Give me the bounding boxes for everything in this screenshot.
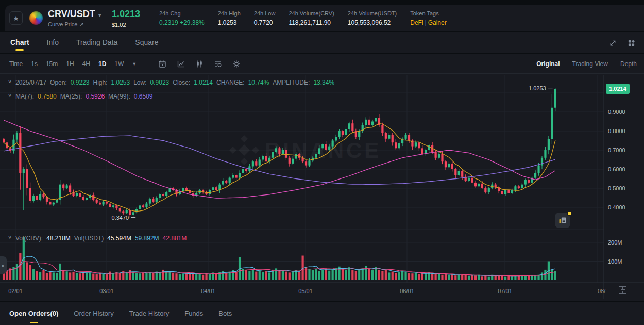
stat-label: 24h High <box>218 10 241 17</box>
ma25-label: MA(25): <box>60 93 82 100</box>
chart-mode-tradingview[interactable]: Trading View <box>572 60 608 68</box>
svg-text:1.0214: 1.0214 <box>609 86 627 92</box>
svg-text:08/: 08/ <box>598 288 606 294</box>
curve-coin-logo <box>29 11 43 25</box>
watermark: BINANCE <box>229 135 381 165</box>
pair-symbol: CRV/USDT <box>48 9 95 19</box>
chart-settings-gear-icon[interactable] <box>232 59 241 69</box>
svg-text:05/01: 05/01 <box>298 288 313 294</box>
tab-square[interactable]: Square <box>135 32 158 53</box>
interval-4h[interactable]: 4H <box>82 60 90 68</box>
price-chart[interactable]: BINANCE0.90000.80000.70000.60000.50000.4… <box>0 75 644 299</box>
ma7-label: MA(7): <box>15 93 34 100</box>
candles <box>3 88 556 218</box>
svg-text:0.9000: 0.9000 <box>608 109 625 115</box>
volume-bars <box>3 237 556 280</box>
stat-label: 24h Volume(CRV) <box>289 10 334 17</box>
main-tabbar: Chart Info Trading Data Square <box>0 32 644 53</box>
toolbar-divider <box>145 60 145 68</box>
interval-1d[interactable]: 1D <box>98 60 106 68</box>
trading-page: ★ CRV/USDT▼ Curve Price ↗ 1.0213 $1.02 2… <box>0 0 644 325</box>
notification-dot <box>567 210 572 216</box>
ma7-value: 0.7580 <box>38 93 57 100</box>
stat-value-24h-volume-crv: 118,261,711.90 <box>289 19 334 26</box>
pane-expand-handle[interactable]: ▸ <box>0 256 7 274</box>
interval-1w[interactable]: 1W <box>114 60 124 68</box>
chevron-right-icon: ▸ <box>2 263 5 268</box>
chevron-down-icon: ▼ <box>97 12 103 18</box>
close-value: 1.0214 <box>194 79 213 86</box>
tab-open-orders[interactable]: Open Orders(0) <box>9 302 58 325</box>
date-range-calendar-icon[interactable] <box>158 59 167 69</box>
ma-info-row: > MA(7): 0.7580 MA(25): 0.5926 MA(99): 0… <box>7 93 152 100</box>
interval-1h[interactable]: 1H <box>66 60 74 68</box>
vol-usdt-value: 45.594M <box>107 235 131 242</box>
market-stats: 24h Chg 0.2319 +29.38% 24h High 1.0253 2… <box>159 10 447 26</box>
token-tag-gainer[interactable]: Gainer <box>428 19 447 26</box>
open-label: Open: <box>50 79 67 86</box>
chart-style-candles-icon[interactable] <box>195 59 204 69</box>
svg-text:03/01: 03/01 <box>99 288 114 294</box>
stat-value-24h-volume-usdt: 105,553,096.52 <box>348 19 397 26</box>
chart-news-button[interactable] <box>555 213 570 228</box>
high-label: High: <box>93 79 107 86</box>
collapse-chevron-icon[interactable]: > <box>7 94 12 99</box>
token-tag-defi[interactable]: DeFi <box>410 19 423 26</box>
stat-label: 24h Low <box>254 10 276 17</box>
interval-15m[interactable]: 15m <box>46 60 58 68</box>
tab-funds[interactable]: Funds <box>184 302 203 325</box>
expand-fullscreen-icon[interactable] <box>608 38 617 47</box>
gridlines <box>0 75 604 283</box>
stat-value-24h-high: 1.0253 <box>218 19 241 26</box>
low-value: 0.9023 <box>150 79 170 86</box>
svg-text:200M: 200M <box>608 239 622 246</box>
symbol-selector[interactable]: CRV/USDT▼ <box>48 9 109 20</box>
svg-text:06/01: 06/01 <box>400 288 414 294</box>
interval-more-chevron-icon[interactable]: ▼ <box>132 61 137 67</box>
coin-info-link[interactable]: Curve Price ↗ <box>48 21 109 28</box>
favorite-star-button[interactable]: ★ <box>9 11 23 25</box>
stat-value-24h-chg: 0.2319 +29.38% <box>159 19 205 26</box>
chart-style-line-icon[interactable] <box>176 59 185 69</box>
market-header: ★ CRV/USDT▼ Curve Price ↗ 1.0213 $1.02 2… <box>5 5 644 31</box>
svg-text:02/01: 02/01 <box>8 288 23 294</box>
svg-text:0.3470: 0.3470 <box>112 215 129 221</box>
svg-text:0.4000: 0.4000 <box>608 204 625 210</box>
chart-mode-depth[interactable]: Depth <box>620 60 637 68</box>
last-price: 1.0213 <box>112 9 158 20</box>
layout-grid-icon[interactable] <box>626 38 636 47</box>
interval-1s[interactable]: 1s <box>31 60 38 68</box>
low-label: Low: <box>133 79 146 86</box>
star-icon: ★ <box>13 14 19 22</box>
tag-separator: | <box>425 19 427 26</box>
svg-text:0.5000: 0.5000 <box>608 185 625 191</box>
tab-bots[interactable]: Bots <box>218 302 232 325</box>
axis-scale-button[interactable] <box>617 285 629 297</box>
mavol5-value: 59.892M <box>135 235 159 242</box>
chart-toolbar: Time 1s 15m 1H 4H 1D 1W ▼ <box>0 54 644 74</box>
axis-scale-icon <box>617 285 629 295</box>
volume-info-row: > Vol(CRV): 48.218M Vol(USDT) 45.594M 59… <box>7 235 187 242</box>
last-price-usd: $1.02 <box>112 22 158 28</box>
collapse-chevron-icon[interactable]: > <box>7 236 12 241</box>
ohlc-info-row: > 2025/07/17 Open: 0.9223 High: 1.0253 L… <box>7 79 334 86</box>
chart-mode-original[interactable]: Original <box>536 60 560 68</box>
stat-label: 24h Chg <box>159 10 205 17</box>
tab-chart[interactable]: Chart <box>10 32 29 53</box>
collapse-chevron-icon[interactable]: > <box>7 80 12 85</box>
close-label: Close: <box>173 79 190 86</box>
indicators-icon[interactable] <box>213 59 223 69</box>
tab-order-history[interactable]: Order History <box>74 302 113 325</box>
tab-trade-history[interactable]: Trade History <box>129 302 170 325</box>
svg-text:1.0253: 1.0253 <box>529 85 546 91</box>
svg-text:100M: 100M <box>608 258 622 265</box>
amplitude-label: AMPLITUDE: <box>273 79 310 86</box>
ma25-value: 0.5926 <box>86 93 105 100</box>
svg-text:0.8000: 0.8000 <box>608 128 625 134</box>
open-value: 0.9223 <box>71 79 90 86</box>
interval-time-label[interactable]: Time <box>9 60 23 68</box>
chart-panel: Time 1s 15m 1H 4H 1D 1W ▼ <box>0 54 644 301</box>
stat-value-24h-low: 0.7720 <box>254 19 276 26</box>
tab-trading-data[interactable]: Trading Data <box>76 32 117 53</box>
tab-info[interactable]: Info <box>47 32 59 53</box>
